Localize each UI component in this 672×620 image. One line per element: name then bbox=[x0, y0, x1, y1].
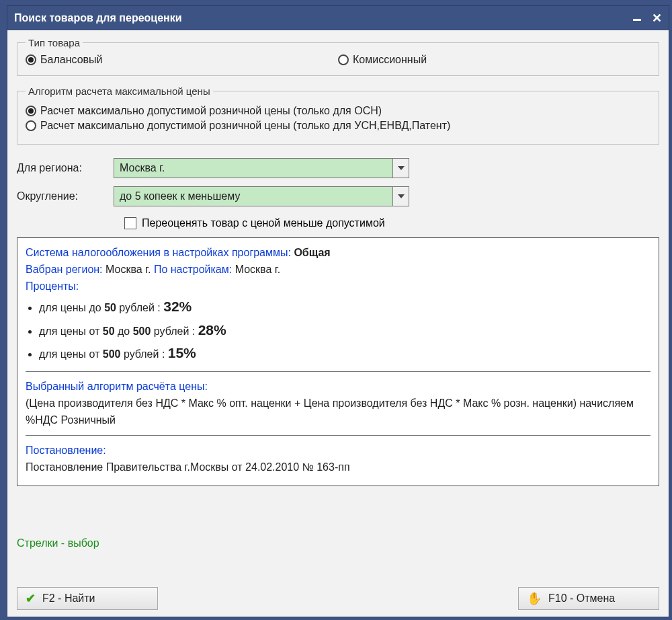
decree-text: Постановление Правительства г.Москвы от … bbox=[26, 459, 650, 476]
radio-osn-label: Расчет максимально допустимой розничной … bbox=[40, 105, 382, 117]
region-chosen-label: Вабран регион: bbox=[26, 264, 103, 275]
rounding-label: Округление: bbox=[17, 190, 104, 202]
rounding-combo-button[interactable] bbox=[392, 187, 409, 206]
radio-balance[interactable]: Балансовый bbox=[26, 54, 338, 66]
region-label: Для региона: bbox=[17, 162, 104, 174]
chevron-down-icon bbox=[398, 194, 405, 198]
algo-text: (Цена производителя без НДС * Макс % опт… bbox=[26, 395, 650, 429]
outer-frame: Поиск товаров для переоценки ✕ Тип товар… bbox=[0, 0, 672, 620]
button-bar: ✔ F2 - Найти ✋ F10 - Отмена bbox=[7, 587, 669, 617]
radio-icon bbox=[26, 54, 36, 65]
rounding-row: Округление: до 5 копеек к меньшему bbox=[17, 186, 659, 206]
radio-usn-label: Расчет максимально допустимой розничной … bbox=[40, 120, 450, 132]
percents-label: Проценты: bbox=[26, 278, 650, 295]
percents-list: для цены до 50 рублей : 32% для цены от … bbox=[39, 296, 650, 364]
product-type-legend: Тип товара bbox=[26, 37, 83, 48]
algo-label: Выбранный алгоритм расчёта цены: bbox=[26, 379, 650, 395]
region-settings-value: Москва г. bbox=[235, 264, 280, 275]
chevron-down-icon bbox=[398, 166, 405, 170]
rounding-combo[interactable]: до 5 копеек к меньшему bbox=[114, 186, 409, 206]
reprice-checkbox[interactable] bbox=[124, 217, 136, 229]
percent-item: для цены от 50 до 500 рублей : 28% bbox=[39, 319, 650, 342]
hand-icon: ✋ bbox=[527, 591, 542, 606]
info-box: Система налогообложения в настройках про… bbox=[17, 237, 659, 486]
client-area: Тип товара Балансовый Комиссионный bbox=[7, 30, 669, 587]
radio-commission-label: Комиссионный bbox=[353, 54, 427, 66]
region-combo-button[interactable] bbox=[392, 159, 409, 178]
radio-icon bbox=[26, 120, 36, 131]
divider bbox=[26, 371, 650, 372]
region-chosen-value: Москва г. bbox=[106, 264, 151, 275]
tax-system-label: Система налогообложения в настройках про… bbox=[26, 247, 291, 258]
close-icon[interactable]: ✕ bbox=[652, 11, 662, 26]
window-title: Поиск товаров для переоценки bbox=[14, 12, 182, 24]
title-controls: ✕ bbox=[633, 11, 662, 26]
radio-balance-label: Балансовый bbox=[40, 54, 102, 66]
find-button-label: F2 - Найти bbox=[42, 592, 95, 605]
region-row: Для региона: Москва г. bbox=[17, 158, 659, 178]
radio-icon bbox=[338, 54, 349, 65]
rounding-value: до 5 копеек к меньшему bbox=[120, 190, 240, 202]
radio-commission[interactable]: Комиссионный bbox=[338, 54, 650, 66]
percent-item: для цены до 50 рублей : 32% bbox=[39, 296, 650, 318]
cancel-button-label: F10 - Отмена bbox=[548, 592, 615, 605]
minimize-icon[interactable] bbox=[633, 11, 642, 26]
algorithm-legend: Алгоритм расчета максимальной цены bbox=[26, 85, 213, 97]
reprice-checkbox-row[interactable]: Переоценять товар с ценой меньше допусти… bbox=[124, 217, 659, 229]
radio-usn[interactable]: Расчет максимально допустимой розничной … bbox=[26, 120, 650, 132]
divider bbox=[26, 435, 650, 436]
radio-osn[interactable]: Расчет максимально допустимой розничной … bbox=[26, 105, 650, 117]
find-button[interactable]: ✔ F2 - Найти bbox=[17, 587, 158, 610]
region-combo[interactable]: Москва г. bbox=[114, 158, 409, 178]
product-type-group: Тип товара Балансовый Комиссионный bbox=[17, 37, 659, 76]
region-settings-label: По настройкам: bbox=[154, 264, 232, 275]
percent-item: для цены от 500 рублей : 15% bbox=[39, 342, 650, 364]
tax-system-value: Общая bbox=[294, 247, 330, 258]
radio-icon bbox=[26, 106, 36, 116]
decree-label: Постановление: bbox=[26, 442, 650, 459]
algorithm-group: Алгоритм расчета максимальной цены Расче… bbox=[17, 85, 659, 145]
dialog-window: Поиск товаров для переоценки ✕ Тип товар… bbox=[7, 5, 669, 617]
keyboard-hint: Стрелки - выбор bbox=[17, 537, 99, 549]
check-icon: ✔ bbox=[26, 591, 36, 606]
titlebar: Поиск товаров для переоценки ✕ bbox=[7, 6, 669, 30]
cancel-button[interactable]: ✋ F10 - Отмена bbox=[518, 587, 659, 610]
reprice-checkbox-label: Переоценять товар с ценой меньше допусти… bbox=[142, 217, 385, 229]
region-value: Москва г. bbox=[120, 162, 165, 174]
